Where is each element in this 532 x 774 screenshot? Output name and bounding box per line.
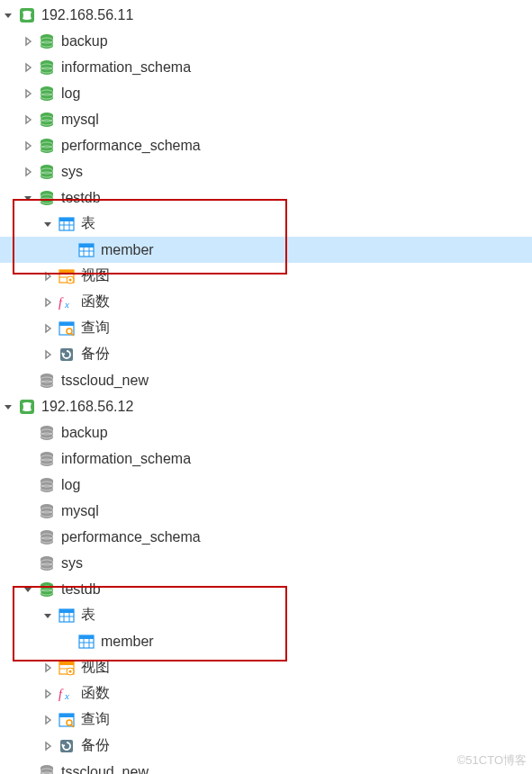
expand-arrow[interactable] <box>22 166 34 178</box>
database-icon <box>38 580 56 598</box>
expand-arrow[interactable] <box>41 270 54 283</box>
database-icon <box>38 528 56 546</box>
backups-group-node[interactable]: 备份 <box>0 341 532 367</box>
database-icon <box>38 85 56 103</box>
functions-group-icon: fx <box>58 293 76 311</box>
tables-group-node[interactable]: 表 <box>0 211 532 237</box>
table-node[interactable]: member <box>0 237 532 263</box>
database-node[interactable]: information_schema <box>0 446 532 472</box>
database-node[interactable]: information_schema <box>0 54 532 80</box>
expand-arrow[interactable] <box>2 400 14 413</box>
tree-label: 视图 <box>81 266 110 285</box>
database-node[interactable]: testdb <box>0 576 532 602</box>
database-node[interactable]: tsscloud_new <box>0 367 532 393</box>
expand-arrow[interactable] <box>41 609 54 622</box>
database-node[interactable]: performance_schema <box>0 132 532 158</box>
expand-arrow[interactable] <box>22 35 34 48</box>
database-icon <box>38 554 56 572</box>
tree-label: log <box>61 86 80 102</box>
connection-icon <box>18 6 36 24</box>
table-node[interactable]: member <box>0 628 532 654</box>
tree-label: 表 <box>81 214 95 233</box>
svg-rect-87 <box>59 714 74 717</box>
database-icon <box>38 163 56 181</box>
tree-label: tsscloud_new <box>61 373 149 389</box>
database-node[interactable]: mysql <box>0 498 532 524</box>
database-node[interactable]: backup <box>0 419 532 446</box>
expand-arrow[interactable] <box>41 688 54 700</box>
tree-label: 192.168.56.12 <box>41 399 133 415</box>
backups-group-icon <box>58 346 76 364</box>
expand-arrow[interactable] <box>41 218 54 230</box>
tree-label: tsscloud_new <box>61 764 149 775</box>
expand-arrow[interactable] <box>41 348 54 361</box>
tree-label: testdb <box>61 190 101 206</box>
database-icon <box>38 476 56 494</box>
tree-label: mysql <box>61 503 99 519</box>
svg-point-36 <box>69 278 72 281</box>
expand-arrow[interactable] <box>41 740 54 752</box>
tree-label: backup <box>61 425 108 441</box>
expand-arrow[interactable] <box>2 9 14 22</box>
database-node[interactable]: log <box>0 472 532 498</box>
tree-label: 192.168.56.11 <box>41 7 133 23</box>
queries-group-icon <box>58 320 76 338</box>
queries-group-node[interactable]: 查询 <box>0 706 532 733</box>
expand-arrow[interactable] <box>22 87 34 100</box>
database-icon <box>38 372 56 390</box>
database-node[interactable]: testdb <box>0 184 532 211</box>
tree-label: 备份 <box>81 345 110 364</box>
expand-arrow[interactable] <box>22 140 34 152</box>
tree-label: performance_schema <box>61 138 201 154</box>
backups-group-node[interactable]: 备份 <box>0 733 532 759</box>
backups-group-icon <box>58 737 76 755</box>
views-group-icon <box>58 267 76 285</box>
expand-arrow[interactable] <box>41 322 54 335</box>
views-group-node[interactable]: 视图 <box>0 654 532 680</box>
database-icon <box>38 763 56 775</box>
svg-point-83 <box>69 670 72 672</box>
expand-arrow[interactable] <box>41 296 54 309</box>
database-node[interactable]: log <box>0 80 532 106</box>
database-icon <box>38 502 56 520</box>
connection-node[interactable]: 192.168.56.12 <box>0 393 532 419</box>
svg-text:x: x <box>64 299 69 310</box>
database-node[interactable]: sys <box>0 158 532 184</box>
tree-label: 查询 <box>81 319 110 338</box>
expand-arrow[interactable] <box>41 714 54 726</box>
database-icon <box>38 189 56 207</box>
database-node[interactable]: mysql <box>0 106 532 132</box>
expand-arrow[interactable] <box>22 583 34 596</box>
queries-group-node[interactable]: 查询 <box>0 315 532 341</box>
tree-label: 备份 <box>81 736 110 755</box>
connection-node[interactable]: 192.168.56.11 <box>0 2 532 28</box>
tree-label: backup <box>61 33 108 50</box>
expand-arrow[interactable] <box>41 662 54 674</box>
tables-group-icon <box>58 607 76 625</box>
tree-label: 视图 <box>81 658 110 677</box>
connection-icon <box>18 398 36 416</box>
database-node[interactable]: tsscloud_new <box>0 759 532 774</box>
database-node[interactable]: performance_schema <box>0 524 532 550</box>
svg-text:f: f <box>59 688 64 701</box>
tree-label: 查询 <box>81 710 110 729</box>
tree-label: 函数 <box>81 684 110 703</box>
expand-arrow[interactable] <box>22 61 34 74</box>
svg-rect-28 <box>79 244 94 248</box>
tree-label: member <box>101 634 154 650</box>
views-group-node[interactable]: 视图 <box>0 263 532 289</box>
database-node[interactable]: backup <box>0 28 532 54</box>
tree-label: testdb <box>61 581 101 598</box>
tree-label: member <box>101 242 154 258</box>
svg-text:x: x <box>64 690 69 701</box>
tree-label: mysql <box>61 112 99 128</box>
database-icon <box>38 450 56 468</box>
functions-group-node[interactable]: fx函数 <box>0 680 532 706</box>
functions-group-node[interactable]: fx函数 <box>0 289 532 315</box>
table-icon <box>77 241 95 259</box>
expand-arrow[interactable] <box>22 192 34 204</box>
database-node[interactable]: sys <box>0 550 532 576</box>
tables-group-node[interactable]: 表 <box>0 602 532 628</box>
svg-text:f: f <box>59 296 64 310</box>
expand-arrow[interactable] <box>22 113 34 126</box>
